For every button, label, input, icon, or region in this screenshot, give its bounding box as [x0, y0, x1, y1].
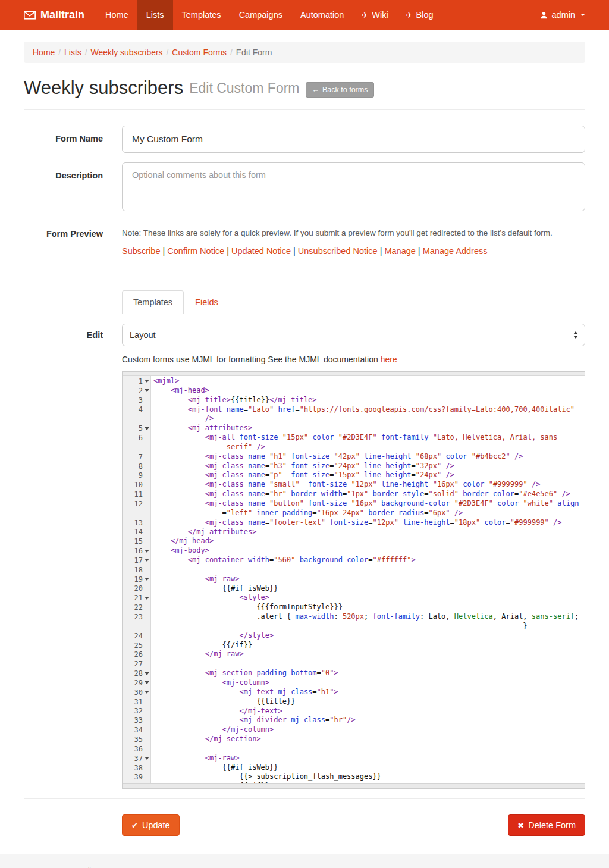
editor-code[interactable]: <mjml> <mj-head> <mj-title>{{title}}</mj… [151, 372, 585, 788]
preview-links: Subscribe | Confirm Notice | Updated Not… [122, 246, 585, 256]
code-line[interactable]: <mj-text mj-class="h1"> [153, 688, 585, 697]
code-line[interactable]: </mj-section> [153, 735, 585, 744]
gutter-line-number: 15 [123, 537, 150, 546]
fold-toggle-icon[interactable] [143, 688, 150, 697]
nav-item-automation[interactable]: Automation [291, 0, 353, 30]
code-line[interactable]: <mj-column> [153, 678, 585, 688]
nav-item-blog[interactable]: ✈Blog [397, 0, 442, 30]
nav-item-templates[interactable]: Templates [173, 0, 230, 30]
brand-link[interactable]: Mailtrain [24, 0, 84, 30]
code-line[interactable]: <mj-raw> [153, 575, 585, 584]
nav-item-home[interactable]: Home [96, 0, 137, 30]
preview-link-manage-address[interactable]: Manage Address [423, 246, 488, 256]
code-line[interactable]: <mj-divider mj-class="hr"/> [153, 716, 585, 725]
code-line[interactable]: <mj-class name="footer-text" font-size="… [153, 518, 585, 528]
fold-toggle-icon[interactable] [143, 424, 150, 433]
code-line[interactable]: <mj-class name="hr" border-width="1px" b… [153, 490, 585, 499]
code-line[interactable]: {{{formInputStyle}}} [153, 603, 585, 612]
fold-toggle-icon[interactable] [143, 556, 150, 565]
delete-form-button[interactable]: ✖ Delete Form [508, 814, 585, 836]
code-line[interactable]: </mj-head> [153, 537, 585, 546]
code-line[interactable]: } [153, 622, 585, 631]
code-line[interactable]: .alert { max-width: 520px; font-family: … [153, 612, 585, 622]
gutter-line-number: 4 [123, 405, 150, 415]
code-line[interactable]: -serif" /> [153, 443, 585, 452]
preview-link-subscribe[interactable]: Subscribe [122, 246, 160, 256]
preview-link-updated-notice[interactable]: Updated Notice [231, 246, 291, 256]
breadcrumb-link-lists[interactable]: Lists [64, 48, 81, 57]
code-line[interactable]: <mj-font name="Lato" href="https://fonts… [153, 405, 585, 415]
code-line[interactable]: ="left" inner-padding="16px 24px" border… [153, 509, 585, 518]
code-line[interactable]: </mj-attributes> [153, 528, 585, 537]
gutter-line-number: 9 [123, 471, 150, 480]
code-editor[interactable]: 1234567891011121314151617181920212223242… [122, 371, 585, 789]
code-line[interactable]: <mj-title>{{title}}</mj-title> [153, 396, 585, 405]
fold-toggle-icon[interactable] [143, 593, 150, 603]
code-line[interactable]: <mj-class name="h1" font-size="42px" lin… [153, 452, 585, 462]
code-line[interactable]: </style> [153, 631, 585, 641]
form-name-input[interactable] [122, 126, 585, 153]
code-line[interactable]: <mjml> [153, 377, 585, 386]
code-line[interactable]: <mj-attributes> [153, 424, 585, 433]
fold-toggle-icon[interactable] [143, 678, 150, 688]
code-line[interactable]: <mj-class name="button" font-size="16px"… [153, 499, 585, 509]
fold-spacer [143, 414, 150, 424]
code-line[interactable]: <mj-all font-size="15px" color="#2D3E4F"… [153, 433, 585, 443]
fold-spacer [143, 480, 150, 490]
gutter-line-number [123, 622, 150, 631]
code-line[interactable]: {{> subscription_flash_messages}} [153, 772, 585, 782]
code-line[interactable]: <mj-class name="p" font-size="15px" line… [153, 471, 585, 480]
fold-toggle-icon[interactable] [143, 386, 150, 396]
code-line[interactable]: <mj-section padding-bottom="0"> [153, 669, 585, 678]
code-line[interactable]: </mj-raw> [153, 650, 585, 659]
code-line[interactable]: <mj-class name="small" font-size="12px" … [153, 480, 585, 490]
code-line[interactable]: <style> [153, 593, 585, 603]
fold-toggle-icon[interactable] [143, 546, 150, 556]
back-to-forms-button[interactable]: ← Back to forms [306, 82, 375, 98]
paper-plane-icon: ✈ [406, 11, 413, 19]
editor-top-scrollbar[interactable] [123, 372, 585, 376]
code-line[interactable]: {{/if}} [153, 641, 585, 650]
form-name-label: Form Name [24, 126, 103, 153]
code-line[interactable]: /> [153, 414, 585, 424]
code-line[interactable]: </mj-column> [153, 725, 585, 735]
description-textarea[interactable] [122, 162, 585, 211]
fold-toggle-icon[interactable] [143, 377, 150, 386]
fold-toggle-icon[interactable] [143, 669, 150, 678]
fold-toggle-icon[interactable] [143, 575, 150, 584]
user-menu[interactable]: admin [540, 0, 586, 30]
envelope-icon [24, 11, 36, 20]
tab-fields[interactable]: Fields [184, 290, 230, 314]
code-line[interactable] [153, 744, 585, 754]
code-line[interactable]: {{#if isWeb}} [153, 584, 585, 594]
editor-horizontal-scrollbar[interactable] [123, 783, 585, 788]
fold-spacer [143, 584, 150, 594]
breadcrumb-link-weekly-subscribers[interactable]: Weekly subscribers [91, 48, 163, 57]
mjml-help-text: Custom forms use MJML for formatting See… [122, 355, 585, 364]
code-line[interactable] [153, 565, 585, 575]
mjml-docs-link[interactable]: here [381, 355, 397, 364]
code-line[interactable]: {{#if isWeb}} [153, 763, 585, 773]
code-line[interactable]: <mj-container width="560" background-col… [153, 556, 585, 565]
code-line[interactable]: <mj-body> [153, 546, 585, 556]
code-line[interactable] [153, 659, 585, 669]
code-line[interactable]: <mj-head> [153, 386, 585, 396]
breadcrumb-link-custom-forms[interactable]: Custom Forms [172, 48, 227, 57]
preview-link-manage[interactable]: Manage [384, 246, 415, 256]
nav-item-lists[interactable]: Lists [137, 0, 173, 30]
code-line[interactable]: </mj-text> [153, 707, 585, 716]
fold-spacer [143, 641, 150, 650]
preview-link-unsubscribed-notice[interactable]: Unsubscribed Notice [298, 246, 378, 256]
nav-item-wiki[interactable]: ✈Wiki [353, 0, 397, 30]
tab-templates[interactable]: Templates [122, 290, 184, 314]
nav-item-campaigns[interactable]: Campaigns [230, 0, 291, 30]
update-button[interactable]: ✔ Update [122, 814, 180, 836]
preview-link-confirm-notice[interactable]: Confirm Notice [167, 246, 224, 256]
fold-toggle-icon[interactable] [143, 754, 150, 763]
code-line[interactable]: <mj-class name="h3" font-size="24px" lin… [153, 462, 585, 471]
code-line[interactable]: {{title}} [153, 697, 585, 707]
edit-template-select[interactable]: Layout [122, 324, 585, 346]
breadcrumb-link-home[interactable]: Home [33, 48, 55, 57]
code-line[interactable]: <mj-raw> [153, 754, 585, 763]
fold-spacer [143, 763, 150, 773]
